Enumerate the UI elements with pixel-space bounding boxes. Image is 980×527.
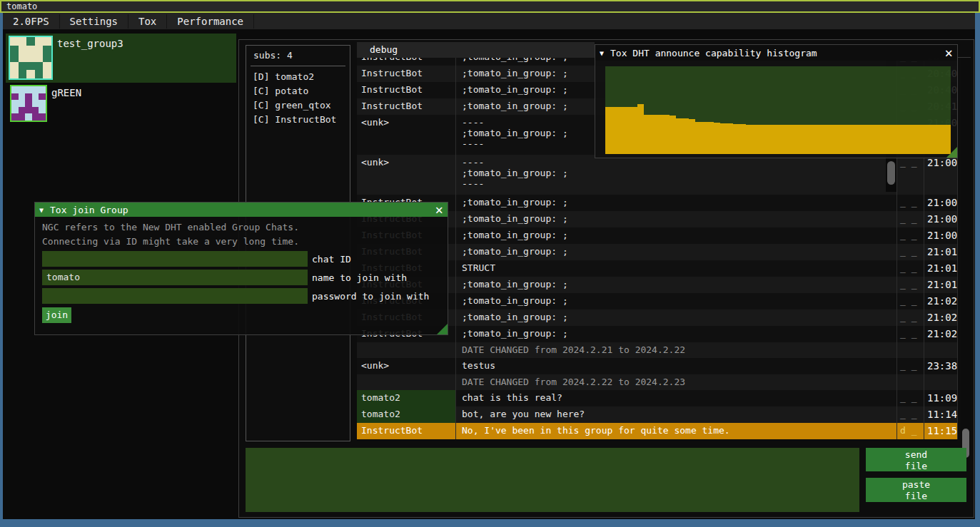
chat-scrollbar[interactable] bbox=[961, 58, 971, 441]
group-name: gREEN bbox=[51, 87, 81, 98]
message-text: No, I've been in this group for quite so… bbox=[455, 423, 886, 439]
histogram-bar bbox=[874, 125, 881, 154]
avatar-pixel bbox=[25, 93, 32, 101]
resize-grip-icon[interactable] bbox=[437, 324, 448, 334]
histogram-bar bbox=[689, 119, 695, 154]
histogram-window-titlebar[interactable]: ▼ Tox DHT announce capability histogram … bbox=[595, 45, 957, 61]
message-text: DATE CHANGED from 2024.2.22 to 2024.2.23 bbox=[455, 374, 886, 390]
avatar-pixel bbox=[26, 46, 35, 54]
histogram-bar bbox=[739, 124, 746, 154]
message-sender: <unk> bbox=[357, 115, 455, 155]
avatar-pixel bbox=[25, 86, 32, 93]
histogram-window: ▼ Tox DHT announce capability histogram … bbox=[595, 44, 958, 158]
menu-bar: 2.0FPS Settings Tox Performance bbox=[3, 13, 975, 29]
subs-count: subs: 4 bbox=[246, 46, 350, 61]
histogram-bar bbox=[938, 125, 944, 154]
message-text: chat is this real? bbox=[455, 390, 886, 406]
chat-message-row[interactable]: tomato2bot, are you new here?_ _11:14 bbox=[357, 406, 958, 423]
histogram-bar bbox=[881, 125, 887, 154]
avatar-pixel bbox=[35, 70, 44, 78]
paste-file-button[interactable]: paste file bbox=[866, 478, 966, 502]
sidebar-group-test_group3[interactable]: test_group3 bbox=[6, 34, 236, 83]
date-change-row[interactable]: DATE CHANGED from 2024.2.21 to 2024.2.22 bbox=[357, 342, 958, 358]
message-text: ;tomato_in_group: ; bbox=[455, 309, 886, 326]
avatar-pixel bbox=[10, 70, 19, 78]
join-window-title: Tox join Group bbox=[50, 205, 128, 215]
histogram-bar bbox=[804, 125, 810, 154]
avatar-pixel bbox=[39, 107, 46, 114]
histogram-bar bbox=[605, 107, 612, 154]
avatar-pixel bbox=[10, 37, 19, 46]
member-list: [D] tomato2[C] potato[C] green_qtox[C] I… bbox=[246, 70, 350, 127]
join-input-password-to-join-with[interactable] bbox=[42, 288, 308, 304]
histogram-plot bbox=[605, 66, 951, 154]
avatar-pixel bbox=[26, 37, 35, 46]
message-text: ;tomato_in_group: ; bbox=[455, 211, 886, 227]
chat-message-row[interactable]: InstructBotNo, I've been in this group f… bbox=[357, 423, 958, 439]
message-timestamp: 21:01 bbox=[924, 260, 958, 277]
collapse-icon[interactable]: ▼ bbox=[39, 206, 44, 214]
histogram-bar bbox=[842, 125, 849, 154]
message-status-flags: _ _ bbox=[896, 244, 924, 260]
avatar-pixel bbox=[26, 70, 35, 78]
join-input-name-to-join-with[interactable]: tomato bbox=[42, 270, 308, 285]
message-timestamp: 11:15 bbox=[924, 423, 958, 439]
histogram-bar bbox=[919, 125, 925, 154]
close-icon[interactable]: × bbox=[945, 48, 953, 58]
avatar-pixel bbox=[19, 107, 26, 114]
message-sender: tomato2 bbox=[357, 390, 455, 406]
subs-separator bbox=[251, 66, 345, 66]
avatar-pixel bbox=[19, 53, 27, 62]
send-file-button[interactable]: send file bbox=[866, 448, 966, 471]
avatar-pixel bbox=[43, 46, 51, 54]
histogram-bar bbox=[906, 125, 913, 154]
message-sender bbox=[357, 374, 455, 390]
join-window-titlebar[interactable]: ▼ Tox join Group × bbox=[35, 203, 448, 217]
avatar-pixel bbox=[43, 70, 51, 78]
join-field-row: tomatoname to join with bbox=[42, 270, 407, 285]
date-change-row[interactable]: DATE CHANGED from 2024.2.22 to 2024.2.23 bbox=[357, 374, 958, 390]
join-help-line-1: NGC refers to the New DHT enabled Group … bbox=[42, 222, 299, 232]
join-button[interactable]: join bbox=[42, 307, 71, 323]
message-input[interactable] bbox=[246, 448, 859, 512]
avatar-pixel bbox=[26, 53, 35, 62]
resize-grip-icon[interactable] bbox=[946, 147, 957, 158]
message-status-flags: _ _ bbox=[896, 358, 924, 374]
avatar-pixel bbox=[43, 62, 51, 71]
chat-message-row[interactable]: <unk>---- ;tomato_in_group: ; ----_ _21:… bbox=[357, 155, 958, 195]
histogram-bar bbox=[765, 125, 772, 154]
message-sender: tomato2 bbox=[357, 406, 455, 423]
chat-message-row[interactable]: tomato2chat is this real?_ _11:09 bbox=[357, 390, 958, 406]
avatar-pixel bbox=[19, 100, 26, 107]
histogram-bar bbox=[784, 125, 791, 154]
avatar-pixel bbox=[10, 62, 19, 71]
group-name: test_group3 bbox=[57, 38, 123, 49]
avatar-pixel bbox=[19, 37, 27, 46]
menu-performance[interactable]: Performance bbox=[167, 14, 254, 29]
join-input-chat-ID[interactable] bbox=[42, 251, 308, 267]
histogram-bar bbox=[862, 125, 868, 154]
member-item-green_qtox[interactable]: [C] green_qtox bbox=[253, 98, 350, 113]
member-item-tomato2[interactable]: [D] tomato2 bbox=[253, 70, 350, 84]
avatar-pixel bbox=[19, 70, 27, 78]
window-titlebar[interactable]: tomato bbox=[0, 0, 980, 13]
sidebar-group-gREEN[interactable]: gREEN bbox=[6, 83, 236, 123]
message-timestamp: 21:01 bbox=[924, 244, 958, 260]
histogram-bar bbox=[676, 118, 682, 154]
histogram-bar bbox=[720, 123, 727, 154]
join-group-window: ▼ Tox join Group × NGC refers to the New… bbox=[34, 202, 448, 335]
histogram-bar bbox=[657, 115, 663, 154]
chat-inner-scrollbar-thumb[interactable] bbox=[887, 161, 895, 185]
avatar-pixel bbox=[19, 62, 27, 71]
collapse-icon[interactable]: ▼ bbox=[600, 49, 604, 57]
message-sender: InstructBot bbox=[357, 423, 455, 439]
menu-tox[interactable]: Tox bbox=[128, 14, 167, 29]
avatar-pixel bbox=[19, 86, 26, 93]
member-item-InstructBot[interactable]: [C] InstructBot bbox=[253, 113, 350, 127]
close-icon[interactable]: × bbox=[435, 205, 443, 215]
tab-debug[interactable]: debug bbox=[357, 42, 595, 58]
histogram-bar bbox=[637, 104, 644, 154]
member-item-potato[interactable]: [C] potato bbox=[253, 84, 350, 98]
chat-message-row[interactable]: <unk>testus_ _23:38 bbox=[357, 358, 958, 374]
menu-settings[interactable]: Settings bbox=[60, 14, 128, 29]
